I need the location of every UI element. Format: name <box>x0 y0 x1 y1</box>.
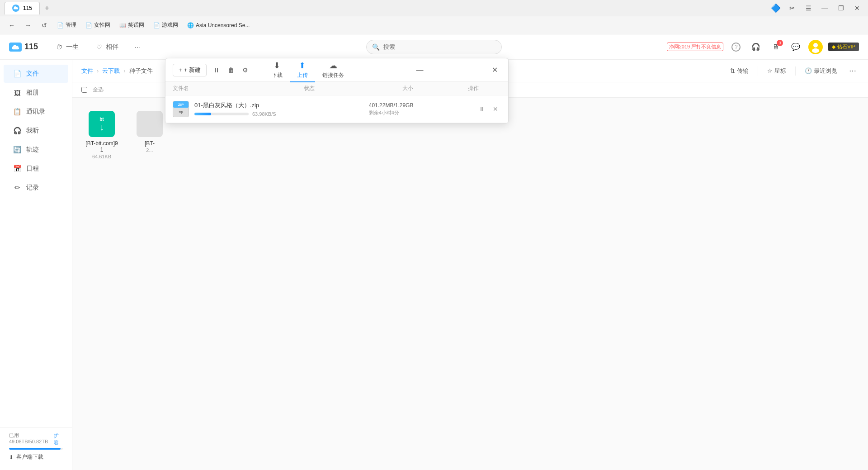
headphone-button[interactable]: 🎧 <box>749 40 763 54</box>
toolbar-more-button[interactable]: ⋯ <box>846 65 859 77</box>
contacts-icon: 📋 <box>13 107 22 116</box>
select-all-checkbox[interactable] <box>81 87 87 93</box>
sidebar-item-music[interactable]: 🎧 我听 <box>4 122 68 140</box>
sidebar-item-notes[interactable]: ✏ 记录 <box>4 179 68 197</box>
sidebar-item-files[interactable]: 📄 文件 <box>4 65 68 83</box>
search-box[interactable]: 🔍 <box>366 40 502 54</box>
xiaohua-icon: 📖 <box>119 22 126 28</box>
bookmark-nvxing[interactable]: 📄 女性网 <box>83 20 113 30</box>
forward-button[interactable]: → <box>22 19 34 32</box>
transfer-icon: ⇅ <box>730 67 735 74</box>
app-logo: 115 <box>9 42 38 52</box>
svg-text:zip: zip <box>179 110 183 114</box>
item-cancel-button[interactable]: ✕ <box>490 104 501 114</box>
toolbar-actions: ⇅ 传输 ☆ 星标 🕐 最近浏览 ⋯ <box>725 65 859 77</box>
clock-icon: 🕐 <box>805 67 812 74</box>
search-input[interactable] <box>383 43 496 50</box>
panel-settings-button[interactable]: ⚙ <box>239 64 252 76</box>
new-tab-button[interactable]: + <box>42 3 52 14</box>
notes-icon: ✏ <box>13 183 22 192</box>
monitor-button[interactable]: 🖥 3 <box>769 40 783 54</box>
panel-pause-button[interactable]: ⏸ <box>210 64 223 76</box>
help-button[interactable]: ? <box>729 40 743 54</box>
bookmark-manage[interactable]: 📄 管理 <box>54 20 79 30</box>
col-name-header: 文件名 <box>173 85 304 92</box>
heart-icon: ♡ <box>95 43 103 51</box>
item-pause-button[interactable]: ⏸ <box>476 104 487 114</box>
browser-tab-active[interactable]: 115 <box>5 2 40 14</box>
sidebar-item-trace[interactable]: 🔄 轨迹 <box>4 141 68 159</box>
browser-window-controls: 🔷 ✂ ☰ — ❐ ✕ <box>769 2 863 14</box>
nvxing-icon: 📄 <box>85 22 92 28</box>
transfer-panel-header: + + 新建 ⏸ 🗑 ⚙ ⬇ 下载 ⬆ 上传 ☁ <box>165 58 508 82</box>
monitor-badge: 3 <box>777 40 783 46</box>
progress-bar-fill <box>194 113 211 115</box>
list-item[interactable]: bt ↓ [BT-btt.com]91 64.61KB <box>81 107 122 163</box>
pause-icon: ⏸ <box>213 66 220 74</box>
panel-minimize-button[interactable]: — <box>413 64 426 76</box>
transfer-item-info: 01-黑白灰风格（大）.zip 63.98KB/S <box>194 101 363 117</box>
file-name-bt1: [BT-btt.com]91 <box>85 140 118 153</box>
trace-icon: 🔄 <box>13 145 22 154</box>
header-right: 净网2019 严打不良信息 ? 🎧 🖥 3 💬 <box>667 40 859 54</box>
tab-label: 115 <box>23 5 32 11</box>
sidebar: 📄 文件 🖼 相册 📋 通讯录 🎧 我听 🔄 轨迹 📅 日程 <box>0 60 72 470</box>
tab-link-task[interactable]: ☁ 链接任务 <box>315 58 351 82</box>
transfer-tabs: ⬇ 下载 ⬆ 上传 ☁ 链接任务 <box>264 58 351 82</box>
star-button[interactable]: ☆ 星标 <box>762 65 792 77</box>
client-download-link[interactable]: ⬇ 客户端下载 <box>9 453 63 461</box>
maximize-button[interactable]: ❐ <box>835 2 847 14</box>
download-icon: ⬇ <box>9 454 14 461</box>
browser-titlebar: 115 + 🔷 ✂ ☰ — ❐ ✕ <box>0 0 868 16</box>
logo-number: 115 <box>24 42 38 52</box>
plus-icon: + <box>179 66 182 73</box>
gear-icon: ⚙ <box>242 66 248 74</box>
sidebar-item-photos[interactable]: 🖼 相册 <box>4 84 68 102</box>
bookmark-asia[interactable]: 🌐 Asia Uncensored Se... <box>184 21 252 29</box>
download-icon: ⬇ <box>274 61 280 71</box>
panel-delete-button[interactable]: 🗑 <box>225 64 237 76</box>
progress-bar <box>194 113 249 115</box>
minimize-button[interactable]: — <box>818 2 831 14</box>
bt-icon: bt ↓ <box>89 111 115 137</box>
recent-button[interactable]: 🕐 最近浏览 <box>799 65 843 77</box>
titlebar-extra-btn[interactable]: 🔷 <box>769 2 782 14</box>
nav-xiangban[interactable]: ♡ 相伴 <box>91 41 122 53</box>
vip-bar[interactable]: ◆ 钻石VIP <box>828 43 859 51</box>
bookmark-youxi[interactable]: 📄 游戏网 <box>151 20 181 30</box>
select-all-label[interactable]: 全选 <box>93 86 104 94</box>
transfer-button[interactable]: ⇅ 传输 <box>725 65 754 77</box>
new-task-button[interactable]: + + 新建 <box>173 64 207 76</box>
breadcrumb-part-0[interactable]: 文件 <box>81 67 93 75</box>
titlebar-cut-btn[interactable]: ✂ <box>786 2 798 14</box>
close-button[interactable]: ✕ <box>851 2 863 14</box>
tab-download[interactable]: ⬇ 下载 <box>264 58 290 82</box>
col-status-header: 状态 <box>304 85 402 92</box>
chat-button[interactable]: 💬 <box>788 40 803 54</box>
headphone-icon: 🎧 <box>751 43 760 51</box>
files-icon: 📄 <box>13 69 22 78</box>
file-size-bt2: 2... <box>146 147 153 153</box>
calendar-icon: 📅 <box>13 164 22 173</box>
storage-info: 已用49.08TB/50.82TB 扩容 <box>9 432 63 450</box>
bookmark-xiaohua[interactable]: 📖 笑话网 <box>117 20 147 30</box>
titlebar-menu-btn[interactable]: ☰ <box>802 2 815 14</box>
search-icon: 🔍 <box>372 43 380 51</box>
transfer-item: ZIP zip 01-黑白灰风格（大）.zip 63.98KB/S 401.22… <box>165 95 508 123</box>
user-avatar[interactable] <box>808 40 823 54</box>
breadcrumb-part-1[interactable]: 云下载 <box>102 67 120 75</box>
sidebar-item-contacts[interactable]: 📋 通讯录 <box>4 103 68 121</box>
refresh-button[interactable]: ↺ <box>38 19 51 32</box>
nav-more[interactable]: ··· <box>131 41 144 53</box>
tab-upload[interactable]: ⬆ 上传 <box>290 58 315 82</box>
back-button[interactable]: ← <box>5 19 18 32</box>
vip-icon: ◆ <box>832 44 835 50</box>
transfer-item-icon: ZIP zip <box>173 101 189 117</box>
breadcrumb-sep-2: › <box>123 67 125 74</box>
expand-button[interactable]: 扩容 <box>54 432 63 446</box>
nav-yisheng[interactable]: ⏱ 一生 <box>52 41 82 53</box>
panel-close-button[interactable]: ✕ <box>488 64 501 76</box>
logo-cloud-icon <box>9 43 22 52</box>
sidebar-item-calendar[interactable]: 📅 日程 <box>4 160 68 178</box>
list-item[interactable]: [BT- 2... <box>129 107 170 163</box>
